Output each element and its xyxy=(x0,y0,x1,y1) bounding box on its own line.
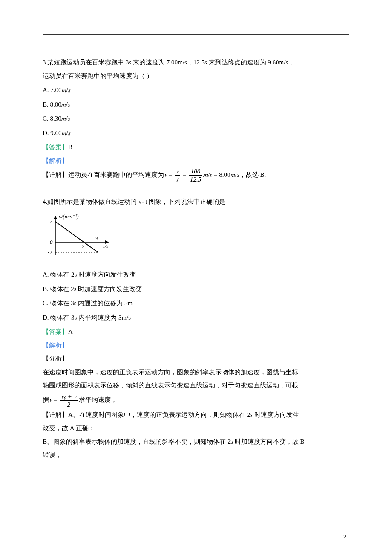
page-container: 3.某短跑运动员在百米赛跑中 3s 末的速度为 7.00m/s，12.5s 末到… xyxy=(0,0,392,555)
q3-analysis-label: 【解析】 xyxy=(43,154,349,168)
vt-graph: v/(m·s⁻¹) 4 0 -2 2 3 t/s xyxy=(43,212,349,264)
y-axis-arrow-icon xyxy=(54,216,57,219)
q4-answer: 【答案】A xyxy=(43,325,349,339)
frac-den: 12.5 xyxy=(189,176,202,183)
vt-graph-svg: v/(m·s⁻¹) 4 0 -2 2 3 t/s xyxy=(43,212,115,259)
q3-detail-prefix: 【详解】运动员在百米赛跑中的平均速度为 xyxy=(43,171,164,178)
q4-answer-value: A xyxy=(68,328,73,335)
answer-label: 【答案】 xyxy=(43,328,68,335)
frac-num: 100 xyxy=(189,168,202,176)
x-axis-label: t/s xyxy=(103,243,108,249)
q3-option-d: D. 9.60𝑚/𝑠 xyxy=(43,127,349,140)
q4-fenxi-line1: 在速度时间图象中，速度的正负表示运动方向，图象的斜率表示物体的加速度，图线与坐标 xyxy=(43,366,349,379)
frac-den: 𝑡 xyxy=(175,176,180,183)
q4-detail-a-line1: 【详解】A、在速度时间图象中，速度的正负表示运动方向，则知物体在 2s 时速度方… xyxy=(43,408,349,422)
q3-stem-line2: 运动员在百米赛跑中的平均速度为（ ） xyxy=(43,69,349,83)
q4-option-b: B. 物体在 2s 时加速度方向发生改变 xyxy=(43,283,349,296)
xtick-3: 3 xyxy=(95,235,98,242)
fraction-100-over-12-5: 100 12.5 xyxy=(189,168,202,183)
top-rule xyxy=(43,34,349,35)
q4-fenxi-line3: 据𝑣 = 𝑣₀ + 𝑣 2 求平均速度； xyxy=(43,393,349,408)
fraction-x-over-t: 𝑥 𝑡 xyxy=(175,168,180,183)
q3-option-b: B. 8.00𝑚/𝑠 xyxy=(43,98,349,112)
frac-num: 𝑣₀ + 𝑣 xyxy=(60,393,78,401)
y-axis-label: v/(m·s⁻¹) xyxy=(59,213,79,220)
xtick-2: 2 xyxy=(82,243,85,249)
q3-answer: 【答案】B xyxy=(43,141,349,154)
q4-fenxi-label: 【分析】 xyxy=(43,352,349,366)
q3-option-a: A. 7.00𝑚/𝑠 xyxy=(43,84,349,97)
q3-option-c: C. 8.30𝑚/𝑠 xyxy=(43,112,349,126)
q4-analysis-label: 【解析】 xyxy=(43,339,349,353)
q4-stem: 4.如图所示是某物体做直线运动的 v- t 图象，下列说法中正确的是 xyxy=(43,195,349,209)
q4-fenxi-line3-prefix: 据 xyxy=(43,396,49,403)
ytick-neg2: -2 xyxy=(48,249,52,255)
q4-option-d: D. 物体在 3s 内平均速度为 3m/s xyxy=(43,311,349,325)
q3-detail-suffix: 𝑚/𝑠 = 8.00𝑚/𝑠，故选 B. xyxy=(203,171,266,178)
spacer xyxy=(43,183,349,195)
ytick-4: 4 xyxy=(50,219,53,225)
q3-stem-line1: 3.某短跑运动员在百米赛跑中 3s 末的速度为 7.00m/s，12.5s 末到… xyxy=(43,56,349,69)
velocity-line xyxy=(55,222,98,252)
q4-fenxi-line3-suffix: 求平均速度； xyxy=(79,396,117,403)
page-number: - 2 - xyxy=(340,531,349,542)
fraction-v0-plus-v-over-2: 𝑣₀ + 𝑣 2 xyxy=(60,393,78,408)
q4-option-c: C. 物体在 3s 内通过的位移为 5m xyxy=(43,297,349,310)
q4-option-a: A. 物体在 2s 时速度方向发生改变 xyxy=(43,268,349,282)
answer-label: 【答案】 xyxy=(43,144,68,150)
vbar-symbol: 𝑣 xyxy=(164,171,167,178)
vbar-symbol: 𝑣 xyxy=(49,396,52,403)
q4-detail-a-line2: 改变，故 A 正确； xyxy=(43,422,349,435)
q4-detail-b-line2: 错误； xyxy=(43,448,349,462)
q3-detail: 【详解】运动员在百米赛跑中的平均速度为𝑣 = 𝑥 𝑡 = 100 12.5 𝑚/… xyxy=(43,168,349,183)
q4-detail-b-line1: B、图象的斜率表示物体的加速度，直线的斜率不变，则知物体在 2s 时加速度方向不… xyxy=(43,435,349,449)
frac-den: 2 xyxy=(60,401,78,408)
q4-fenxi-line2: 轴围成图形的面积表示位移，倾斜的直线表示匀变速直线运动，对于匀变速直线运动，可根 xyxy=(43,379,349,393)
origin-label: 0 xyxy=(50,239,53,245)
q3-answer-value: B xyxy=(68,144,72,150)
frac-num: 𝑥 xyxy=(175,168,180,176)
